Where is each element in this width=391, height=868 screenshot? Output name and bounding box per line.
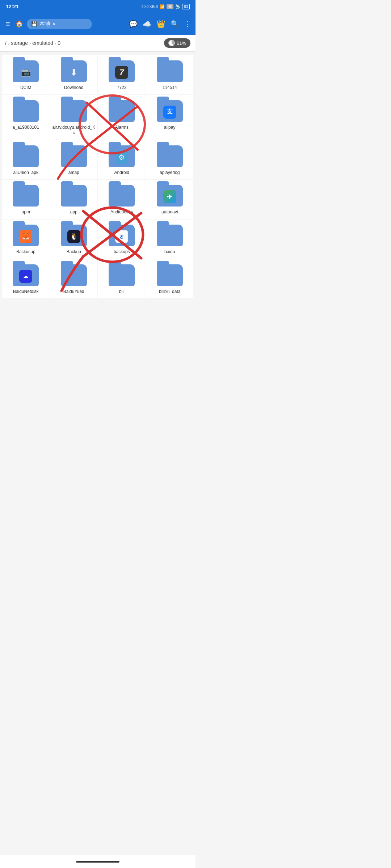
list-item[interactable]: aplayerlog [146,140,194,179]
file-label: Backucup [16,249,35,255]
search-icon[interactable]: 🔍 [171,20,179,28]
nav-right-icons: 💬 ☁️ 👑 🔍 ⋮ [129,20,191,28]
list-item[interactable]: ⬇Download [50,55,98,94]
pie-chart-icon [168,40,175,46]
file-label: backups [114,249,130,255]
app-icon-autonavi: ✈ [163,190,176,203]
file-label: app [70,209,77,215]
list-item[interactable]: εbackups [98,220,146,259]
file-label: Download [64,85,83,91]
sep3: › [55,41,56,46]
app-icon-android: ⚙ [115,151,128,164]
app-icon-backup: 🐧 [67,230,80,243]
file-label: Android [114,170,129,176]
file-label: apm [22,209,30,215]
app-icon-backups: ε [115,230,128,243]
list-item[interactable]: 支alipay [146,95,194,140]
file-label: aplayerlog [160,170,180,176]
status-icons: 20.0 KB/S 📶 HD 📡 83 [142,4,190,9]
zero-crumb[interactable]: 0 [58,40,60,46]
list-item[interactable]: app [50,180,98,219]
list-item[interactable]: air.tv.douyu.android_Kc [50,95,98,140]
wifi-icon: 📶 [160,4,165,9]
file-label: a_a19000101 [13,125,39,131]
speed-indicator: 20.0 KB/S [142,5,158,9]
nav-bar: ≡ 🏠 💾 本地 × 💬 ☁️ 👑 🔍 ⋮ [0,13,196,35]
list-item[interactable]: apm [2,180,50,219]
file-label: BaiduNetdisk [13,289,39,295]
breadcrumb: / › storage › emulated › 0 61% [0,35,196,52]
list-item[interactable]: bili [98,259,146,298]
list-item[interactable]: 🐧Backup [50,220,98,259]
list-item[interactable]: amap [50,140,98,179]
emulated-crumb[interactable]: emulated [32,40,53,46]
list-item[interactable]: BaiduYued [50,259,98,298]
signal-icon: 📡 [175,4,180,9]
file-label: bili [119,289,125,295]
list-item[interactable]: a_a19000101 [2,95,50,140]
file-label: 7723 [117,85,127,91]
list-item[interactable]: 114514 [146,55,194,94]
camera-icon: 📷 [21,68,31,77]
file-label: aliUnion_apk [13,170,38,176]
storage-crumb[interactable]: storage [11,40,28,46]
list-item[interactable]: ✈autonavi [146,180,194,219]
storage-usage-badge: 61% [164,38,190,48]
status-bar: 12:21 20.0 KB/S 📶 HD 📡 83 [0,0,196,13]
file-label: alipay [164,125,175,131]
download-icon: ⬇ [70,67,78,78]
list-item[interactable]: 77723 [98,55,146,94]
clear-location-button[interactable]: × [52,21,55,27]
list-item[interactable]: Audiobooks [98,180,146,219]
file-label: bilibili_data [159,289,180,295]
list-item[interactable]: ⚙Android [98,140,146,179]
file-label: Alarms [115,125,129,131]
hd-badge: HD [167,4,173,9]
location-pill[interactable]: 💾 本地 × [27,19,92,29]
file-label: Audiobooks [110,209,133,215]
app-icon-alipay: 支 [163,106,176,119]
battery-icon: 83 [182,4,190,9]
file-label: DCIM [20,85,31,91]
location-label: 本地 [39,21,50,27]
app-icon-baidunetdisk: ☁ [19,270,32,283]
file-label: Backup [67,249,81,255]
list-item[interactable]: 📷DCIM [2,55,50,94]
list-item[interactable]: aliUnion_apk [2,140,50,179]
file-label: baidu [164,249,175,255]
home-button[interactable]: 🏠 [15,20,23,28]
sep1: › [8,41,9,46]
app-icon-backucup: 🦊 [19,230,32,243]
file-label: 114514 [163,85,177,91]
sep2: › [29,41,31,46]
file-label: air.tv.douyu.android_Kc [52,125,96,136]
cloud-icon[interactable]: ☁️ [143,20,151,28]
menu-button[interactable]: ≡ [4,18,12,30]
file-label: BaiduYued [63,289,84,295]
status-time: 12:21 [6,4,19,9]
list-item[interactable]: baidu [146,220,194,259]
file-label: autonavi [161,209,178,215]
root-crumb[interactable]: / [5,40,7,46]
list-item[interactable]: ☁BaiduNetdisk [2,259,50,298]
list-item[interactable]: Alarms [98,95,146,140]
storage-percent: 61% [177,41,186,46]
list-item[interactable]: 🦊Backucup [2,220,50,259]
file-grid: 📷DCIM⬇Download77723114514a_a19000101air.… [0,52,196,302]
storage-icon: 💾 [31,21,37,27]
more-icon[interactable]: ⋮ [184,20,191,28]
app-icon-7723: 7 [115,66,128,79]
list-item[interactable]: bilibili_data [146,259,194,298]
crown-icon[interactable]: 👑 [156,20,165,28]
message-icon[interactable]: 💬 [129,20,138,28]
file-label: amap [68,170,79,176]
